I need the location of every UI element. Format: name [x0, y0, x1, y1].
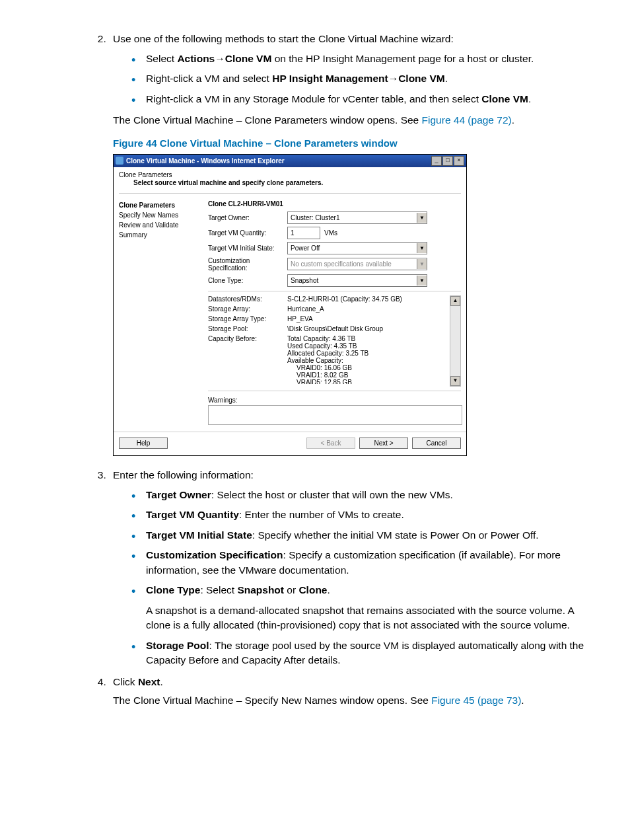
step2-bullet-2: Right-click a VM and select HP Insight M… — [131, 71, 594, 86]
dropdown-value: Cluster: Cluster1 — [288, 214, 417, 221]
text-bold: Storage Pool — [146, 640, 209, 651]
chevron-down-icon[interactable]: ▼ — [417, 243, 427, 253]
back-button: < Back — [306, 438, 355, 449]
init-state-dropdown[interactable]: Power Off▼ — [287, 242, 427, 254]
wizard-step[interactable]: Specify New Names — [119, 210, 208, 220]
cap-line: VRAID5: 12.85 GB — [297, 379, 450, 384]
text-bold: Clone VM — [225, 53, 272, 64]
dialog-window: Clone Virtual Machine - Windows Internet… — [113, 154, 467, 456]
minimize-button[interactable]: _ — [431, 156, 442, 166]
wizard-step[interactable]: Summary — [119, 230, 208, 240]
wizard-step[interactable]: Review and Validate — [119, 220, 208, 230]
label-cust-spec: Customization Specification: — [208, 257, 287, 272]
label-capacity-before: Capacity Before: — [208, 335, 287, 342]
text-bold: Clone Type — [146, 584, 200, 595]
scroll-up-icon[interactable]: ▲ — [450, 296, 460, 306]
text: . — [528, 93, 531, 104]
arrow: → — [215, 53, 225, 64]
value-storage-array: Hurricane_A — [287, 305, 450, 313]
label-target-owner: Target Owner: — [208, 214, 287, 221]
step3-bullet-3: Target VM Initial State: Specify whether… — [131, 528, 594, 543]
text: : Select the host or cluster that will o… — [211, 489, 453, 500]
cap-line: Used Capacity: 4.35 TB — [287, 342, 450, 350]
label-storage-pool: Storage Pool: — [208, 325, 287, 332]
text: Right-click a VM in any Storage Module f… — [146, 93, 481, 104]
step4-after: The Clone Virtual Machine – Specify New … — [113, 693, 594, 708]
label-datastores: Datastores/RDMs: — [208, 295, 287, 303]
step3-bullet-4: Customization Specification: Specify a c… — [131, 548, 594, 578]
label-warnings: Warnings: — [208, 397, 461, 404]
dropdown-value: No custom specifications available — [288, 260, 417, 268]
cap-line: Available Capacity: — [287, 357, 450, 364]
chevron-down-icon: ▼ — [417, 259, 427, 269]
text: : Specify whether the initial VM state i… — [252, 529, 539, 541]
xref-link[interactable]: Figure 45 (page 73) — [431, 695, 521, 706]
cancel-button[interactable]: Cancel — [412, 438, 461, 449]
text-bold: HP Insight Management — [272, 73, 388, 84]
text: Click — [113, 676, 138, 687]
close-button[interactable]: × — [454, 156, 464, 166]
text-bold: Target VM Quantity — [146, 509, 239, 520]
text: : Enter the number of VMs to create. — [239, 509, 404, 520]
label-array-type: Storage Array Type: — [208, 315, 287, 323]
step3-bullet-1: Target Owner: Select the host or cluster… — [131, 488, 594, 502]
dialog-subheader: Select source virtual machine and specif… — [133, 179, 461, 186]
window-title: Clone Virtual Machine - Windows Internet… — [126, 157, 285, 165]
titlebar: Clone Virtual Machine - Windows Internet… — [114, 155, 466, 167]
text: Right-click a VM and select — [146, 73, 272, 84]
clone-title: Clone CL2-HURRI-VM01 — [208, 200, 461, 208]
cap-line: VRAID0: 16.06 GB — [297, 364, 450, 371]
text: The Clone Virtual Machine – Specify New … — [113, 695, 431, 706]
dropdown-value: Power Off — [288, 245, 417, 252]
wizard-step-active[interactable]: Clone Parameters — [119, 200, 208, 210]
text: : Select — [200, 584, 237, 595]
step-2: Use one of the following methods to star… — [109, 33, 594, 456]
step3-b5-para: A snapshot is a demand-allocated snapsho… — [146, 603, 594, 633]
cap-line: Total Capacity: 4.36 TB — [287, 335, 450, 342]
step3-bullet-5: Clone Type: Select Snapshot or Clone. A … — [131, 583, 594, 632]
step-3: Enter the following information: Target … — [109, 469, 594, 668]
help-button[interactable]: Help — [119, 438, 168, 449]
value-storage-pool: \Disk Groups\Default Disk Group — [287, 325, 450, 332]
value-capacity-before: Total Capacity: 4.36 TB Used Capacity: 4… — [287, 335, 450, 384]
text: on the HP Insight Management page for a … — [271, 53, 534, 64]
text-bold: Next — [138, 676, 160, 687]
step2-intro: Use one of the following methods to star… — [113, 33, 454, 44]
wizard-steps: Clone Parameters Specify New Names Revie… — [119, 200, 208, 425]
input-value: 1 — [291, 229, 295, 237]
step2-bullet-1: Select Actions→Clone VM on the HP Insigh… — [131, 52, 594, 66]
cap-line: Allocated Capacity: 3.25 TB — [287, 350, 450, 357]
label-clone-type: Clone Type: — [208, 277, 287, 284]
step2-bullet-3: Right-click a VM in any Storage Module f… — [131, 92, 594, 106]
text: The Clone Virtual Machine – Clone Parame… — [113, 114, 422, 126]
figure-caption: Figure 44 Clone Virtual Machine – Clone … — [113, 137, 594, 149]
text: Select — [146, 53, 177, 64]
chevron-down-icon[interactable]: ▼ — [417, 276, 427, 286]
maximize-button[interactable]: □ — [442, 156, 453, 166]
xref-link[interactable]: Figure 44 (page 72) — [422, 114, 512, 126]
chevron-down-icon[interactable]: ▼ — [417, 213, 427, 223]
text-bold: Clone VM — [481, 93, 528, 104]
target-owner-dropdown[interactable]: Cluster: Cluster1▼ — [287, 211, 427, 224]
cust-spec-dropdown[interactable]: No custom specifications available▼ — [287, 258, 427, 270]
scrollbar[interactable]: ▲ ▼ — [450, 295, 461, 387]
text-bold: Snapshot — [237, 584, 284, 595]
dropdown-value: Snapshot — [288, 277, 417, 284]
value-datastores: S-CL2-HURRI-01 (Capacity: 34.75 GB) — [287, 295, 450, 303]
next-button[interactable]: Next > — [359, 438, 408, 449]
arrow: → — [388, 73, 399, 84]
label-vm-qty: Target VM Quantity: — [208, 229, 287, 237]
text: or — [284, 584, 298, 595]
vm-qty-input[interactable]: 1 — [287, 227, 320, 239]
text: . — [445, 73, 448, 84]
cap-line: VRAID1: 8.02 GB — [297, 371, 450, 379]
label-storage-array: Storage Array: — [208, 305, 287, 313]
scroll-down-icon[interactable]: ▼ — [450, 376, 460, 386]
text: : The storage pool used by the source VM… — [146, 640, 584, 666]
warnings-box — [208, 405, 462, 425]
clone-type-dropdown[interactable]: Snapshot▼ — [287, 274, 427, 287]
ie-icon — [116, 157, 123, 165]
step3-bullet-2: Target VM Quantity: Enter the number of … — [131, 508, 594, 522]
step3-intro: Enter the following information: — [113, 469, 254, 480]
text-bold: Clone VM — [398, 73, 445, 84]
